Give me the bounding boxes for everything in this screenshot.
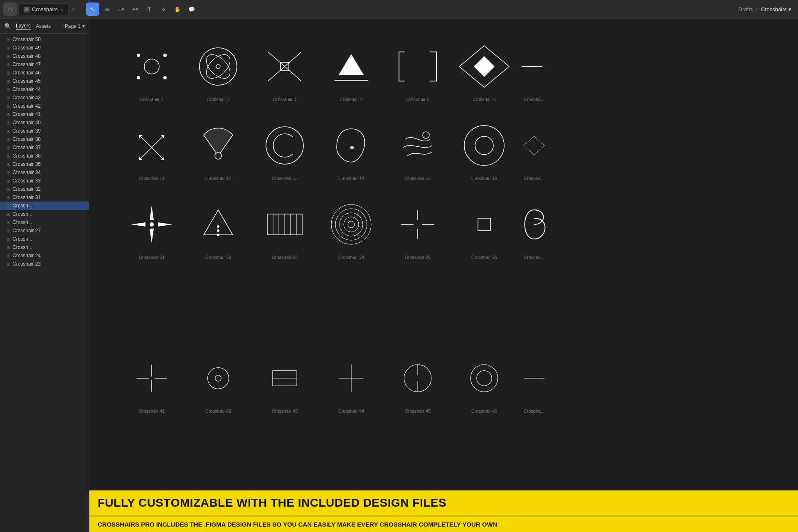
crosshair-cell-23[interactable]: Crosshair 23 (256, 197, 314, 260)
list-item[interactable]: ⊞ Crosshair 37 (0, 143, 89, 152)
layer-label: Crosshair 31 (12, 195, 41, 200)
layer-grid-icon: ⊞ (7, 137, 10, 142)
crosshair-icon-21 (123, 197, 181, 251)
crosshair-label-4: Crosshair 4 (340, 97, 363, 102)
list-item[interactable]: ⊞ Crosshair 32 (0, 185, 89, 193)
crosshair-cell-7[interactable]: Crossha... (522, 39, 547, 102)
crosshair-cell-45[interactable]: Crosshair 45 (389, 351, 447, 414)
breadcrumb-current[interactable]: Crosshairs ▾ (761, 6, 791, 12)
crosshair-icon-2 (189, 39, 247, 94)
list-item[interactable]: ⊞ Crosshair 38 (0, 135, 89, 143)
new-tab-button[interactable]: + (72, 5, 76, 14)
layer-grid-icon: ⊞ (7, 220, 10, 225)
svg-marker-33 (158, 222, 172, 227)
list-item[interactable]: ⊞ Crosshair 31 (0, 193, 89, 202)
crosshair-cell-12[interactable]: Crosshair 12 (189, 118, 247, 181)
active-tab[interactable]: ✦ Crosshairs × (18, 3, 69, 15)
tab-title: Crosshairs (32, 6, 58, 12)
list-item[interactable]: ⊞ Crosshair 50 (0, 35, 89, 44)
crosshair-cell-25[interactable]: Crosshair 25 (389, 197, 447, 260)
crosshair-cell-13[interactable]: Crosshair 13 (256, 118, 314, 181)
crosshair-cell-14[interactable]: Crosshair 14 (322, 118, 380, 181)
crosshair-cell-27[interactable]: Crossha... (522, 197, 547, 260)
crosshair-cell-11[interactable]: Crosshair 11 (123, 118, 181, 181)
list-item[interactable]: ⊞ Crosshair 44 (0, 85, 89, 94)
list-item[interactable]: ⊞ Crosshair 49 (0, 44, 89, 52)
crosshair-icon-5 (389, 39, 447, 94)
crosshair-cell-47[interactable]: Crossha... (522, 351, 547, 414)
sidebar-page-selector[interactable]: Page 1 ▾ (65, 23, 85, 29)
crosshair-cell-4[interactable]: Crosshair 4 (322, 39, 380, 102)
comment-tool[interactable]: 💬 (185, 2, 198, 16)
sidebar-search-icon[interactable]: 🔍 (4, 23, 11, 30)
list-item[interactable]: ⊞ Crosshair 35 (0, 160, 89, 168)
list-item[interactable]: ⊞ Crossh... (0, 243, 89, 251)
crosshair-cell-43[interactable]: Crosshair 43 (256, 351, 314, 414)
sidebar: 🔍 Layers Assets Page 1 ▾ ⊞ Crosshair 50 … (0, 19, 89, 532)
list-item[interactable]: ⊞ Crosshair 23 (0, 260, 89, 268)
frame-tool[interactable]: ⊞ (100, 2, 113, 16)
crosshair-cell-42[interactable]: Crosshair 42 (189, 351, 247, 414)
crosshair-cell-15[interactable]: Crosshair 15 (389, 118, 447, 181)
list-item[interactable]: ⊞ Crossh... (0, 210, 89, 218)
crosshair-cell-2[interactable]: Crosshair 2 (189, 39, 247, 102)
crosshair-cell-17[interactable]: Crossha... (522, 118, 547, 181)
breadcrumb-parent[interactable]: Drafts (739, 6, 753, 12)
crosshair-label-45: Crosshair 45 (405, 409, 431, 414)
canvas[interactable]: Crosshair 1 Crosshair 2 (89, 19, 798, 532)
crosshair-cell-26[interactable]: Crosshair 26 (455, 197, 513, 260)
svg-marker-29 (524, 136, 544, 155)
crosshair-cell-5[interactable]: Crosshair 5 (389, 39, 447, 102)
list-item[interactable]: ⊞ Crosshair 46 (0, 69, 89, 77)
sidebar-tab-layers[interactable]: Layers (16, 22, 31, 30)
list-item[interactable]: ⊞ Crosshair 45 (0, 77, 89, 85)
svg-point-25 (350, 146, 354, 149)
svg-point-46 (335, 209, 367, 240)
list-item[interactable]: ⊞ Crossh... (0, 235, 89, 243)
list-item[interactable]: ⊞ Crossh... (0, 218, 89, 227)
tab-close-button[interactable]: × (60, 7, 63, 12)
hand-tool[interactable]: ✋ (171, 2, 184, 16)
components-tool[interactable]: ⊹ (157, 2, 170, 16)
shape-tool[interactable]: ▭▾ (114, 2, 128, 16)
list-item[interactable]: ⊞ Crosshair 27 (0, 227, 89, 235)
list-item[interactable]: ⊞ Crosshair 40 (0, 118, 89, 127)
pen-tool[interactable]: ✒▾ (128, 2, 142, 16)
crosshair-cell-21[interactable]: Crosshair 21 (123, 197, 181, 260)
crosshair-cell-16[interactable]: Crosshair 16 (455, 118, 513, 181)
layer-label: Crosshair 50 (12, 37, 41, 42)
text-tool[interactable]: T (143, 2, 156, 16)
list-item[interactable]: ⊞ Crosshair 48 (0, 52, 89, 60)
select-tool[interactable]: ↖ (86, 2, 99, 16)
list-item[interactable]: ⊞ Crosshair 36 (0, 152, 89, 160)
list-item[interactable]: ⊞ Crosshair 34 (0, 168, 89, 177)
list-item[interactable]: ⊞ Crosshair 41 (0, 110, 89, 118)
crosshair-cell-46[interactable]: Crosshair 46 (455, 351, 513, 414)
list-item[interactable]: ⊞ Crosshair 39 (0, 127, 89, 135)
svg-point-34 (150, 222, 154, 227)
layer-grid-icon: ⊞ (7, 54, 10, 59)
svg-rect-54 (478, 218, 490, 231)
crosshair-label-46: Crosshair 46 (471, 409, 497, 414)
crosshair-icon-24 (322, 197, 380, 251)
layer-label: Crossh... (12, 211, 32, 217)
list-item[interactable]: ⊞ Crosshair 24 (0, 251, 89, 260)
list-item[interactable]: ⊞ Crosshair 42 (0, 102, 89, 110)
crosshair-cell-3[interactable]: Crosshair 3 (256, 39, 314, 102)
layer-label: Crosshair 42 (12, 103, 41, 109)
crosshair-cell-44[interactable]: Crosshair 44 (322, 351, 380, 414)
crosshair-cell-41[interactable]: Crosshair 41 (123, 351, 181, 414)
list-item[interactable]: ⊞ Crossh... (0, 202, 89, 210)
sidebar-tab-assets[interactable]: Assets (36, 22, 51, 30)
crosshair-cell-1[interactable]: Crosshair 1 (123, 39, 181, 102)
sidebar-page-chevron: ▾ (82, 23, 85, 29)
crosshair-cell-22[interactable]: Crosshair 22 (189, 197, 247, 260)
crosshair-cell-24[interactable]: Crosshair 24 (322, 197, 380, 260)
list-item[interactable]: ⊞ Crosshair 47 (0, 60, 89, 69)
crosshair-cell-6[interactable]: Crosshair 6 (455, 39, 513, 102)
layer-label: Crossh... (12, 219, 32, 225)
layer-label: Crosshair 34 (12, 170, 41, 175)
list-item[interactable]: ⊞ Crosshair 43 (0, 94, 89, 102)
home-icon[interactable]: ⌂ (3, 2, 17, 16)
list-item[interactable]: ⊞ Crosshair 33 (0, 177, 89, 185)
